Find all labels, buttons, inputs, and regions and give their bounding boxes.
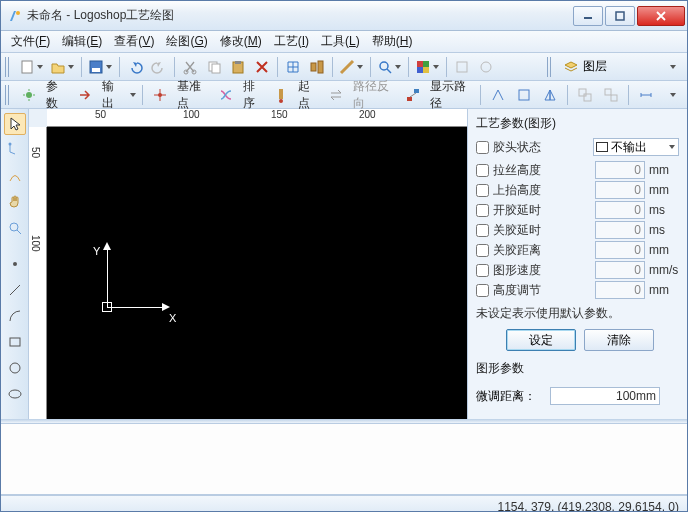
reverse-icon[interactable] (325, 84, 347, 106)
param-value-3[interactable]: 0 (595, 221, 645, 239)
toolbar-overflow[interactable] (661, 56, 683, 78)
param-label-5: 图形速度 (493, 262, 591, 279)
new-button[interactable] (17, 56, 46, 78)
menu-help[interactable]: 帮助(H) (366, 31, 419, 52)
measure-button[interactable] (337, 56, 366, 78)
start-label[interactable]: 起点 (296, 78, 321, 112)
svg-rect-12 (311, 63, 316, 71)
param-value-5[interactable]: 0 (595, 261, 645, 279)
param-value-2[interactable]: 0 (595, 201, 645, 219)
menu-draw[interactable]: 绘图(G) (160, 31, 213, 52)
param-value-6[interactable]: 0 (595, 281, 645, 299)
tool-extra1[interactable] (451, 56, 473, 78)
svg-rect-28 (579, 89, 586, 96)
cut-button[interactable] (179, 56, 201, 78)
dim-button[interactable] (635, 84, 657, 106)
copy-button[interactable] (203, 56, 225, 78)
fine-value[interactable]: 100mm (550, 387, 660, 405)
minimize-button[interactable] (573, 6, 603, 26)
param-check-5[interactable] (476, 264, 489, 277)
sort-label[interactable]: 排序 (241, 78, 266, 112)
maximize-button[interactable] (605, 6, 635, 26)
start-icon[interactable] (270, 84, 292, 106)
grid-button[interactable] (282, 56, 304, 78)
circle-tool[interactable] (4, 357, 26, 379)
toolbar-grip-2[interactable] (547, 57, 553, 77)
svg-rect-1 (584, 17, 592, 19)
param-unit-4: mm (649, 243, 679, 257)
param-check-0[interactable] (476, 164, 489, 177)
drawing-canvas[interactable]: X Y (47, 127, 467, 419)
delete-button[interactable] (251, 56, 273, 78)
param-icon[interactable] (18, 84, 40, 106)
svg-point-20 (481, 62, 491, 72)
layer-button[interactable]: 图层 (559, 56, 611, 78)
param-label-2: 开胶延时 (493, 202, 591, 219)
menu-tool[interactable]: 工具(L) (315, 31, 366, 52)
line-tool[interactable] (4, 279, 26, 301)
curve-tool[interactable] (4, 165, 26, 187)
toolbar-grip[interactable] (5, 57, 11, 77)
toolbar2-overflow[interactable] (661, 84, 683, 106)
color-button[interactable] (413, 56, 442, 78)
param-unit-1: mm (649, 183, 679, 197)
param-check-4[interactable] (476, 244, 489, 257)
output-select[interactable]: 不输出 (593, 138, 679, 156)
group-button[interactable] (574, 84, 596, 106)
reverse-label[interactable]: 路径反向 (351, 78, 398, 112)
svg-rect-25 (407, 97, 412, 101)
svg-point-32 (8, 143, 11, 146)
output-label[interactable]: 输出 (100, 78, 125, 112)
param-value-0[interactable]: 0 (595, 161, 645, 179)
svg-point-34 (13, 262, 17, 266)
close-button[interactable] (637, 6, 685, 26)
param-check-1[interactable] (476, 184, 489, 197)
glue-state-check[interactable] (476, 141, 489, 154)
sort-icon[interactable] (215, 84, 237, 106)
point-tool[interactable] (4, 253, 26, 275)
paste-button[interactable] (227, 56, 249, 78)
param-value-1[interactable]: 0 (595, 181, 645, 199)
set-button[interactable]: 设定 (506, 329, 576, 351)
param-check-3[interactable] (476, 224, 489, 237)
clear-button[interactable]: 清除 (584, 329, 654, 351)
align-button[interactable] (306, 56, 328, 78)
tool-extra2[interactable] (475, 56, 497, 78)
pan-tool[interactable] (4, 191, 26, 213)
param-label[interactable]: 参数 (44, 78, 69, 112)
output-button[interactable] (74, 84, 96, 106)
menu-modify[interactable]: 修改(M) (214, 31, 268, 52)
param-check-6[interactable] (476, 284, 489, 297)
open-button[interactable] (48, 56, 77, 78)
mirror-button[interactable] (539, 84, 561, 106)
menu-file[interactable]: 文件(F) (5, 31, 56, 52)
base-icon[interactable] (149, 84, 171, 106)
transform-1[interactable] (487, 84, 509, 106)
zoom-tool[interactable] (4, 217, 26, 239)
menu-edit[interactable]: 编辑(E) (56, 31, 108, 52)
select-tool[interactable] (4, 113, 26, 135)
arc-tool[interactable] (4, 305, 26, 327)
transform-2[interactable] (513, 84, 535, 106)
zoom-button[interactable] (375, 56, 404, 78)
rect-tool[interactable] (4, 331, 26, 353)
ruler-horizontal[interactable]: 50 100 150 200 (47, 109, 467, 127)
node-tool[interactable] (4, 139, 26, 161)
menu-view[interactable]: 查看(V) (108, 31, 160, 52)
menu-craft[interactable]: 工艺(I) (268, 31, 315, 52)
output-panel[interactable] (1, 423, 687, 495)
showpath-label[interactable]: 显示路径 (428, 78, 475, 112)
param-label-1: 上抬高度 (493, 182, 591, 199)
toolbar-grip-3[interactable] (5, 85, 10, 105)
undo-button[interactable] (124, 56, 146, 78)
base-label[interactable]: 基准点 (175, 78, 211, 112)
param-check-2[interactable] (476, 204, 489, 217)
redo-button[interactable] (148, 56, 170, 78)
save-button[interactable] (86, 56, 115, 78)
ungroup-button[interactable] (600, 84, 622, 106)
svg-rect-31 (611, 95, 617, 101)
ruler-vertical[interactable]: 50 100 (29, 127, 47, 419)
ellipse-tool[interactable] (4, 383, 26, 405)
showpath-icon[interactable] (402, 84, 424, 106)
param-value-4[interactable]: 0 (595, 241, 645, 259)
